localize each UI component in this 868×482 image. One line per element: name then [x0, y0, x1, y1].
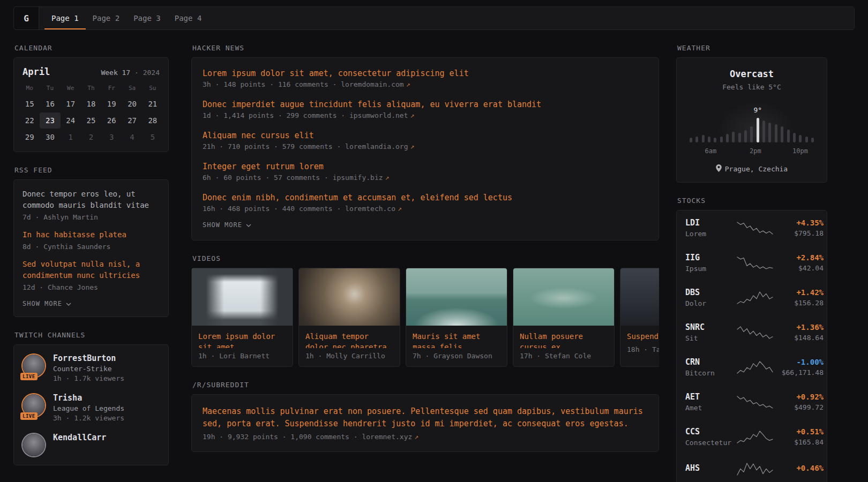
video-card: Suspendisse diam 18h · Tara	[620, 268, 659, 367]
hackernews-item-meta: 1d · 1,414 points · 299 comments · ipsum…	[203, 111, 648, 119]
stock-name: Amet	[685, 404, 736, 412]
tab-page-3[interactable]: Page 3	[126, 7, 168, 29]
hackernews-item-link[interactable]: Donec enim nibh, condimentum et accumsan…	[203, 193, 648, 202]
calendar-day: 28	[143, 112, 163, 129]
video-thumbnail[interactable]	[620, 268, 659, 326]
rss-item: Donec tempor eros leo, ut commodo mauris…	[23, 189, 160, 221]
hackernews-item-link[interactable]: Aliquam nec cursus elit	[203, 131, 648, 140]
left-column: CALENDAR April Week 17 · 2024 Mo Tu We T…	[13, 30, 169, 465]
hackernews-item-meta: 21h · 710 points · 579 comments · loreml…	[203, 142, 648, 150]
weather-location: Prague, Czechia	[685, 164, 818, 174]
stock-sparkline	[736, 430, 774, 445]
stock-change: +0.51%	[774, 427, 824, 436]
calendar-grid: Mo Tu We Th Fr Sa Su 15 16 17 18 19 20 2…	[14, 80, 168, 152]
stock-row[interactable]: CRN Bitcorn -1.00% $66,171.48	[677, 350, 827, 385]
stock-row[interactable]: LDI Lorem +4.35% $795.18	[677, 210, 827, 245]
video-thumbnail[interactable]	[513, 268, 614, 326]
tab-page-4[interactable]: Page 4	[168, 7, 209, 29]
videos-widget: Lorem ipsum dolor sit amet consectetu… 1…	[191, 268, 659, 367]
video-title-link[interactable]: Aliquam tempor dolor nec pharetra…	[299, 326, 400, 348]
stock-row[interactable]: CCS Consectetur +0.51% $165.84	[677, 419, 827, 454]
video-meta: 17h · Stefan Cole	[513, 348, 614, 366]
hackernews-item-meta: 3h · 148 points · 116 comments · loremdo…	[203, 80, 648, 88]
weather-bar	[708, 137, 710, 142]
stock-name: Lorem	[685, 230, 736, 238]
rss-item-link[interactable]: Sed volutpat nulla nisl, a condimentum n…	[23, 259, 160, 281]
weather-feels-like: Feels like 5°C	[685, 83, 818, 91]
stock-row[interactable]: AET Amet +0.92% $499.72	[677, 385, 827, 419]
weather-bar	[695, 137, 698, 142]
subreddit-post-link[interactable]: Maecenas mollis pulvinar erat non posuer…	[203, 405, 648, 431]
video-card: Mauris sit amet massa felis 7h · Grayson…	[406, 268, 507, 367]
subreddit-widget: Maecenas mollis pulvinar erat non posuer…	[191, 394, 659, 452]
hackernews-item: Donec enim nibh, condimentum et accumsan…	[203, 193, 648, 213]
stock-row[interactable]: IIG Ipsum +2.84% $42.04	[677, 245, 827, 280]
stock-sparkline	[736, 395, 774, 410]
external-link-icon[interactable]: ↗	[406, 80, 410, 88]
rss-item-link[interactable]: Donec tempor eros leo, ut commodo mauris…	[23, 189, 160, 211]
twitch-channel-row[interactable]: LIVE Trisha League of Legends 3h · 1.2k …	[23, 393, 160, 422]
stock-change: -1.00%	[774, 358, 824, 366]
weather-bar	[714, 138, 716, 142]
video-title-link[interactable]: Nullam posuere cursus ex	[513, 326, 614, 348]
hackernews-item: Aliquam nec cursus elit 21h · 710 points…	[203, 131, 648, 150]
calendar-day: 15	[19, 96, 40, 112]
calendar-day: 21	[143, 96, 163, 112]
video-thumbnail[interactable]	[406, 268, 507, 326]
weather-bar	[702, 135, 705, 142]
weather-widget: Overcast Feels like 5°C 9° 6am 2pm 10pm …	[676, 57, 827, 183]
weather-time-axis: 6am 2pm 10pm	[690, 147, 814, 156]
hackernews-item-link[interactable]: Lorem ipsum dolor sit amet, consectetur …	[203, 69, 648, 78]
stock-ticker: DBS	[685, 288, 736, 297]
video-title-link[interactable]: Suspendisse diam	[620, 326, 659, 342]
external-link-icon[interactable]: ↗	[414, 433, 418, 441]
twitch-channel-row[interactable]: LIVE ForrestBurton Counter-Strike 1h · 1…	[23, 353, 160, 382]
video-thumbnail[interactable]	[299, 268, 400, 326]
rss-item-link[interactable]: In hac habitasse platea	[23, 229, 160, 240]
rss-show-more-button[interactable]: SHOW MORE	[23, 300, 71, 307]
weather-highlight-temp: 9°	[753, 106, 762, 114]
video-thumbnail[interactable]	[192, 268, 293, 326]
external-link-icon[interactable]: ↗	[385, 174, 390, 182]
video-meta: 1h · Molly Carrillo	[299, 348, 400, 366]
stock-ticker: AET	[685, 392, 736, 402]
stock-row[interactable]: AHS +0.46%	[677, 454, 827, 482]
hackernews-show-more-button[interactable]: SHOW MORE	[203, 221, 251, 229]
stock-row[interactable]: SNRC Sit +1.36% $148.64	[677, 315, 827, 350]
tab-page-2[interactable]: Page 2	[86, 7, 127, 29]
twitch-channel-row[interactable]: KendallCarr	[23, 433, 160, 456]
avatar	[23, 434, 45, 456]
calendar-day-next-month: 2	[81, 129, 101, 145]
video-title-link[interactable]: Lorem ipsum dolor sit amet consectetu…	[192, 326, 293, 348]
stock-change: +2.84%	[774, 253, 824, 262]
calendar-week-year: Week 17 · 2024	[101, 69, 160, 77]
stock-sparkline	[736, 360, 774, 375]
channel-name: Trisha	[53, 393, 124, 403]
hackernews-item-link[interactable]: Integer eget rutrum lorem	[203, 162, 648, 171]
calendar-day: 26	[101, 112, 122, 129]
external-link-icon[interactable]: ↗	[410, 111, 415, 119]
external-link-icon[interactable]: ↗	[398, 205, 402, 213]
right-column: WEATHER Overcast Feels like 5°C 9° 6am 2…	[676, 30, 827, 482]
weather-bar	[738, 133, 741, 142]
hackernews-item-link[interactable]: Donec imperdiet augue tincidunt felis al…	[203, 100, 648, 109]
video-card: Lorem ipsum dolor sit amet consectetu… 1…	[191, 268, 293, 367]
app-logo[interactable]: G	[14, 7, 39, 29]
rss-section-title: RSS FEED	[14, 166, 168, 174]
video-meta: 1h · Lori Barnett	[192, 348, 293, 366]
live-badge: LIVE	[20, 373, 38, 380]
stock-row[interactable]: DBS Dolor +1.42% $156.28	[677, 280, 827, 315]
weather-bar	[811, 138, 814, 142]
external-link-icon[interactable]: ↗	[410, 142, 415, 150]
stock-ticker: AHS	[685, 463, 736, 473]
avatar: LIVE	[23, 394, 45, 417]
avatar: LIVE	[23, 355, 45, 377]
weather-condition: Overcast	[685, 69, 818, 79]
channel-game: Counter-Strike	[53, 365, 124, 373]
video-meta: 7h · Grayson Dawson	[406, 348, 507, 366]
video-title-link[interactable]: Mauris sit amet massa felis	[406, 326, 507, 348]
weather-bar	[720, 137, 723, 142]
tab-page-1[interactable]: Page 1	[44, 7, 86, 29]
weather-bar	[690, 138, 692, 142]
rss-item: Sed volutpat nulla nisl, a condimentum n…	[23, 259, 160, 291]
